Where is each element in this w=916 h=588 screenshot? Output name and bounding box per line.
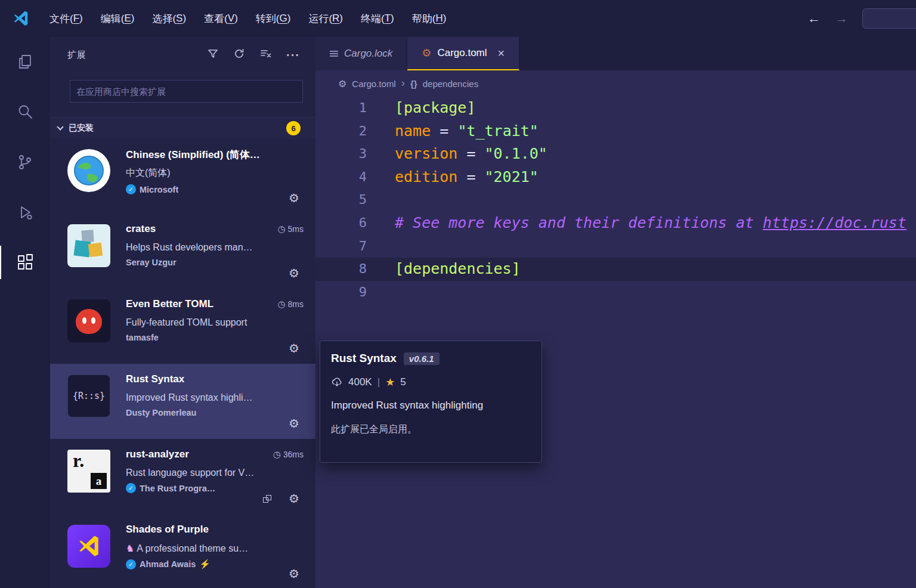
sidebar-title: 扩展 [67,49,86,61]
extension-item-rust-syntax[interactable]: {R::s} Rust Syntax Improved Rust syntax … [50,364,315,439]
menu-file[interactable]: 文件(F) [41,0,92,37]
manage-gear-icon[interactable]: ⚙ [289,491,299,506]
extension-item-rust-analyzer[interactable]: r. a rust-analyzer ◷36ms Rust language s… [50,439,315,514]
extension-name: Chinese (Simplified) (简体… [126,148,260,162]
extension-name: Shades of Purple [126,524,209,536]
breadcrumb-file[interactable]: Cargo.toml [352,79,395,89]
line-number: 7 [315,235,367,258]
clear-search-results-icon[interactable] [259,48,272,62]
extension-list: Chinese (Simplified) (简体… 中文(简体) ✓ Micro… [50,138,315,588]
code-line: 4edition = "2021" [315,166,916,189]
code-line: 2name = "t_trait" [315,120,916,143]
breadcrumb-chevron-icon: › [401,76,405,89]
manage-gear-icon[interactable]: ⚙ [289,266,299,280]
extensions-search-input[interactable] [70,80,303,103]
hover-extension-name: Rust Syntax [331,352,397,365]
filter-icon[interactable] [207,48,219,62]
menu-view[interactable]: 查看(V) [195,0,247,37]
extension-publisher: Ahmad Awais [140,559,196,569]
manage-gear-icon[interactable]: ⚙ [289,416,299,431]
code-line: 9 [315,281,916,304]
menu-selection[interactable]: 选择(S) [143,0,195,37]
breadcrumb-symbol[interactable]: dependencies [423,79,478,89]
verified-publisher-icon: ✓ [126,483,136,493]
sidebar-header: 扩展 ··· [50,37,315,73]
extensions-icon[interactable] [0,237,50,287]
navigate-back-icon[interactable]: ← [804,0,824,37]
tab-cargo-toml[interactable]: ⚙ Cargo.toml × [407,37,519,70]
explorer-icon[interactable] [0,37,50,87]
code-line-current: 8[dependencies] [315,258,916,281]
unicorn-icon: ♞ [126,543,134,553]
star-icon: ★ [385,376,395,389]
line-number: 1 [315,97,367,120]
toml-file-icon: ⚙ [422,47,431,60]
titlebar: 文件(F) 编辑(E) 选择(S) 查看(V) 转到(G) 运行(R) 终端(T… [0,0,916,37]
history-clock-icon: ◷ [273,449,281,460]
hover-enabled-note: 此扩展已全局启用。 [331,423,531,436]
code-line: 6# See more keys and their definitions a… [315,212,916,235]
extension-item-chinese-simplified[interactable]: Chinese (Simplified) (简体… 中文(简体) ✓ Micro… [50,138,315,213]
extension-logo-globe [67,149,110,192]
source-control-icon[interactable] [0,137,50,187]
menubar: 文件(F) 编辑(E) 选择(S) 查看(V) 转到(G) 运行(R) 终端(T… [41,0,455,37]
download-count: 400K [348,376,372,388]
line-number: 3 [315,143,367,166]
run-debug-icon[interactable] [0,187,50,237]
command-center-search[interactable] [862,8,916,29]
extension-name: Rust Syntax [126,373,184,385]
extension-description: Helps Rust developers man… [126,242,307,253]
extension-item-shades-of-purple[interactable]: Shades of Purple ♞A professional theme s… [50,514,315,588]
manage-gear-icon[interactable]: ⚙ [289,567,299,581]
menu-go[interactable]: 转到(G) [247,0,300,37]
menu-run[interactable]: 运行(R) [299,0,352,37]
more-actions-icon[interactable]: ··· [286,52,300,58]
line-number: 4 [315,166,367,189]
file-lines-icon [330,51,338,57]
rating-value: 5 [400,376,406,388]
history-clock-icon: ◷ [277,299,285,310]
installed-count-badge: 6 [286,121,301,135]
manage-gear-icon[interactable]: ⚙ [289,191,299,205]
hover-description: Improved Rust syntax highlighting [331,400,531,411]
extension-publisher: The Rust Progra… [140,484,215,493]
symbol-braces-icon: {} [410,79,417,89]
search-icon[interactable] [0,87,50,137]
extension-description: Improved Rust syntax highli… [126,392,307,403]
menu-terminal[interactable]: 终端(T) [352,0,403,37]
tab-cargo-lock[interactable]: Cargo.lock [315,37,407,70]
extension-publisher: Microsoft [140,185,178,194]
extension-description: Fully-featured TOML support [126,317,307,328]
extension-publisher: Dusty Pomerleau [126,408,196,417]
extension-publisher: tamasfe [126,333,159,342]
extension-logo-rust-analyzer: r. a [67,450,110,493]
version-badge: v0.6.1 [404,352,440,365]
chevron-down-icon [57,123,63,130]
code-line: 5 [315,188,916,212]
extension-item-even-better-toml[interactable]: Even Better TOML ◷8ms Fully-featured TOM… [50,289,315,364]
cloud-download-icon [331,376,343,388]
menu-help[interactable]: 帮助(H) [403,0,456,37]
menu-edit[interactable]: 编辑(E) [92,0,144,37]
installed-section-header[interactable]: 已安装 6 [50,117,315,138]
vscode-logo-icon [12,10,30,27]
manage-gear-icon[interactable]: ⚙ [289,341,299,355]
refresh-icon[interactable] [233,48,245,62]
verified-publisher-icon: ✓ [126,559,136,570]
extension-indicator-icon[interactable] [263,495,273,503]
navigate-forward-icon[interactable]: → [831,0,852,37]
code-line: 1[package] [315,97,916,120]
activation-time: ◷36ms [273,449,307,460]
verified-publisher-icon: ✓ [126,184,136,194]
extension-name: crates [126,223,156,235]
zap-icon: ⚡ [199,559,211,570]
extension-name: Even Better TOML [126,298,213,310]
line-number: 2 [315,120,367,143]
extension-publisher: Seray Uzgur [126,258,177,267]
extension-item-crates[interactable]: crates ◷5ms Helps Rust developers man… S… [50,213,315,289]
extension-logo-toml [67,299,110,342]
close-tab-icon[interactable]: × [498,47,505,60]
doc-link[interactable]: https://doc.rust [763,214,906,231]
code-line: 3version = "0.1.0" [315,143,916,166]
line-number: 9 [315,281,367,304]
